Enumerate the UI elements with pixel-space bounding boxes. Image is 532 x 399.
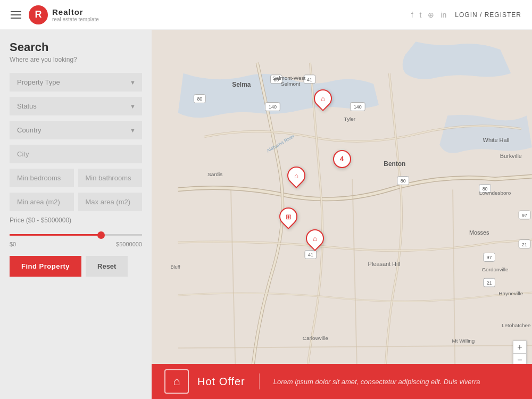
svg-text:Bluff: Bluff — [171, 264, 180, 270]
header-right: f t ⊕ in LOGIN / REGISTER — [411, 11, 521, 19]
hot-offer-bar: ⌂ Hot Offer Lorem ipsum dolor sit amet, … — [152, 364, 532, 399]
search-subtitle: Where are you looking? — [10, 56, 142, 63]
svg-text:Letohatchee: Letohatchee — [502, 322, 531, 328]
svg-text:Carlowville: Carlowville — [303, 335, 328, 341]
map-zoom-controls: + − — [513, 340, 527, 367]
svg-text:Gordonville: Gordonville — [481, 267, 509, 272]
svg-text:97: 97 — [522, 213, 527, 218]
svg-text:Mosses: Mosses — [469, 229, 489, 236]
svg-text:Mt Willing: Mt Willing — [452, 338, 475, 344]
zoom-in-button[interactable]: + — [513, 341, 526, 354]
header: R Realtor real estate template f t ⊕ in … — [0, 0, 532, 30]
price-label: Price ($0 - $5000000) — [10, 217, 142, 224]
price-range-labels: $0 $5000000 — [10, 241, 142, 247]
header-left: R Realtor real estate template — [11, 5, 99, 24]
hot-offer-text: Lorem ipsum dolor sit amet, consectetur … — [273, 378, 480, 386]
map-container[interactable]: 80 140 140 80 41 80 80 97 97 21 21 41 Se… — [152, 30, 532, 399]
svg-text:Selma: Selma — [232, 81, 251, 88]
country-wrapper: Country USA UK ▼ — [10, 121, 142, 139]
logo-name: Realtor — [52, 7, 99, 16]
price-slider[interactable] — [10, 234, 142, 236]
status-wrapper: Status For Sale For Rent ▼ — [10, 97, 142, 115]
svg-text:41: 41 — [308, 252, 313, 257]
svg-text:140: 140 — [354, 104, 362, 110]
svg-text:97: 97 — [487, 255, 492, 260]
login-register-button[interactable]: LOGIN / REGISTER — [455, 11, 521, 19]
country-select[interactable]: Country USA UK — [10, 121, 142, 139]
area-row — [10, 193, 142, 211]
svg-text:80: 80 — [401, 178, 406, 184]
svg-text:Tyler: Tyler — [344, 116, 356, 122]
logo-icon: R — [29, 5, 48, 24]
svg-text:Lowndesboro: Lowndesboro — [479, 190, 511, 196]
svg-text:140: 140 — [269, 104, 277, 110]
logo-sub: real estate template — [52, 16, 99, 22]
price-max-label: $5000000 — [116, 241, 142, 247]
svg-text:White Hall: White Hall — [483, 137, 510, 143]
svg-text:21: 21 — [487, 280, 492, 286]
min-bathrooms-input[interactable] — [78, 169, 143, 187]
min-area-input[interactable] — [10, 193, 74, 211]
svg-text:Pleasant Hill: Pleasant Hill — [368, 261, 401, 267]
hot-offer-icon: ⌂ — [164, 369, 189, 394]
hot-offer-divider — [259, 373, 260, 389]
svg-text:21: 21 — [522, 242, 527, 247]
svg-text:Selmont-West: Selmont-West — [272, 75, 305, 81]
property-type-wrapper: Property Type House Apartment Commercial… — [10, 73, 142, 92]
svg-text:Selmont: Selmont — [281, 81, 301, 87]
price-min-label: $0 — [10, 241, 16, 247]
price-slider-container — [10, 228, 142, 238]
hamburger-menu[interactable] — [11, 11, 21, 19]
max-area-input[interactable] — [78, 193, 143, 211]
svg-text:Sardis: Sardis — [207, 171, 222, 177]
twitter-icon[interactable]: t — [420, 11, 422, 19]
google-plus-icon[interactable]: ⊕ — [428, 11, 434, 19]
logo-text: Realtor real estate template — [52, 7, 99, 22]
social-icons: f t ⊕ in — [411, 11, 447, 19]
svg-text:Hayneville: Hayneville — [498, 290, 523, 296]
hot-offer-title: Hot Offer — [197, 376, 245, 388]
bedrooms-bathrooms-row — [10, 169, 142, 187]
city-input[interactable] — [10, 145, 142, 163]
reset-button[interactable]: Reset — [86, 256, 128, 277]
house-offer-icon: ⌂ — [173, 375, 180, 388]
find-property-button[interactable]: Find Property — [10, 256, 81, 277]
min-bedrooms-input[interactable] — [10, 169, 74, 187]
linkedin-icon[interactable]: in — [440, 11, 446, 19]
search-title: Search — [10, 40, 142, 54]
status-select[interactable]: Status For Sale For Rent — [10, 97, 142, 115]
svg-text:Benton: Benton — [384, 160, 405, 168]
facebook-icon[interactable]: f — [411, 11, 413, 19]
main-content: Search Where are you looking? Property T… — [0, 30, 532, 399]
svg-text:80: 80 — [197, 96, 202, 102]
sidebar: Search Where are you looking? Property T… — [0, 30, 152, 399]
map-background: 80 140 140 80 41 80 80 97 97 21 21 41 Se… — [152, 30, 532, 399]
action-buttons: Find Property Reset — [10, 256, 142, 277]
logo: R Realtor real estate template — [29, 5, 99, 24]
property-type-select[interactable]: Property Type House Apartment Commercial — [10, 73, 142, 92]
svg-text:Burkville: Burkville — [500, 153, 522, 159]
svg-text:41: 41 — [307, 77, 312, 82]
